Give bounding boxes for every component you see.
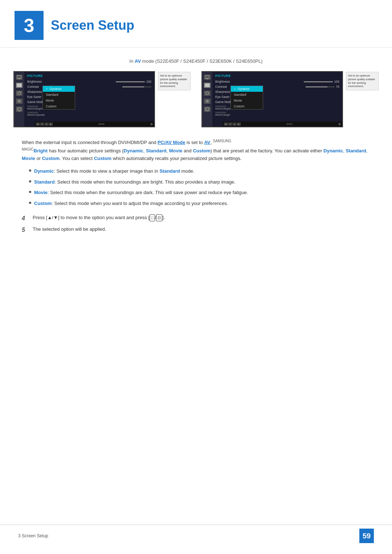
svg-point-15 (206, 92, 209, 95)
brightness-item: Brightness 100 (27, 79, 151, 84)
monitor-left-title: PICTURE (27, 74, 151, 78)
svg-rect-0 (17, 75, 21, 78)
subtitle: In AV mode (S22E450F / S24E450F / S23E65… (22, 58, 370, 64)
ctrl-left: ◀ (36, 123, 40, 126)
step-4: 4 Press [▲/▼] to move to the option you … (22, 214, 370, 223)
main-content: In AV mode (S22E450F / S24E450F / S23E65… (0, 51, 392, 259)
svg-rect-1 (19, 78, 20, 79)
ctrl-auto-left: AUTO (98, 123, 105, 125)
monitor-left-wrap: i PICTURE Brightness 100 (13, 71, 191, 127)
sidebar-icon-menu-r (204, 83, 211, 88)
custom-text-3: Custom (94, 156, 111, 161)
standard-text: Standard (146, 148, 166, 153)
dropdown-standard-r: Standard (231, 92, 263, 98)
mode-dropdown-left: ✓ Dynamic Standard Movie Custom (42, 86, 75, 110)
monitor-right-wrap: i PICTURE Brightness 100 Contrast (201, 71, 379, 127)
brightness-item-r: Brightness 100 (215, 79, 339, 84)
monitor-right: i PICTURE Brightness 100 Contrast (201, 71, 343, 127)
body-paragraph-1: When the external input is connected thr… (22, 138, 370, 163)
dynamic-text-2: Dynamic (323, 148, 343, 153)
bullet-dot-1 (29, 169, 31, 172)
subtitle-suffix: mode (S22E450F / S24E450F / S23E650K / S… (142, 58, 263, 64)
control-buttons-left: ◀ ▼ ▲ ▶ (36, 123, 53, 126)
chapter-box: 3 (15, 11, 44, 40)
monitor-right-bottom: ◀ ▼ ▲ ▶ AUTO ⚙ (222, 122, 342, 127)
ctrl-settings-right: ⚙ (338, 123, 341, 126)
movie-text-2: Movie (22, 156, 35, 161)
step-5-text: The selected option will be applied. (33, 226, 106, 233)
sidebar-icon-info-r: i (204, 107, 211, 112)
dropdown-dynamic-r: ✓ Dynamic (231, 86, 263, 92)
svg-text:i: i (207, 108, 208, 111)
monitor-left-menu: PICTURE Brightness 100 Contrast (24, 72, 154, 127)
sidebar-icon-display-r (204, 75, 211, 80)
bullet-movie: Movie: Select this mode when the surroun… (29, 189, 370, 196)
custom-text: Custom (193, 148, 210, 153)
feature-bullet-list: Dynamic: Select this mode to view a shar… (29, 168, 370, 207)
dropdown-movie: Movie (43, 98, 75, 103)
footer-right: 59 (359, 529, 374, 543)
tooltip-left: Set to an optimum picture quality suitab… (158, 72, 191, 90)
svg-point-5 (18, 92, 21, 95)
step-5: 5 The selected option will be applied. (22, 226, 370, 234)
bullet-dynamic: Dynamic: Select this mode to view a shar… (29, 168, 370, 175)
monitor-left: i PICTURE Brightness 100 (13, 71, 155, 127)
monitor-left-sidebar: i (14, 72, 24, 127)
sidebar-icon-info: i (16, 107, 23, 112)
monitor-right-sidebar: i (202, 72, 212, 127)
dropdown-custom: Custom (43, 103, 75, 109)
magic-angle-item-r: SAMSUNG MAGICAngle (215, 111, 339, 117)
contrast-slider-r: 75 (306, 85, 339, 89)
bullet-dot-2 (29, 180, 31, 182)
footer-label: 3 Screen Setup (18, 533, 48, 538)
bullet-text-4: Custom: Select this mode when you want t… (34, 200, 228, 207)
svg-text:i: i (19, 108, 20, 111)
step-4-number: 4 (22, 214, 29, 223)
mode-dropdown-right: ✓ Dynamic Standard Movie Custom (230, 86, 263, 110)
av-mode-text: AV (204, 140, 210, 145)
sidebar-icon-display (16, 75, 23, 80)
control-buttons-right: ◀ ▼ ▲ ▶ (224, 123, 241, 126)
av-label: AV (135, 58, 141, 64)
ctrl-settings-left: ⚙ (150, 123, 153, 126)
bullet-dot-4 (29, 202, 31, 204)
sidebar-icon-rotate-r (204, 91, 211, 96)
movie-text: Movie (169, 148, 183, 153)
ctrl-left-r: ◀ (224, 123, 228, 126)
bullet-text-2: Standard: Select this mode when the surr… (34, 178, 236, 186)
magic-bright-text: Bright (34, 148, 48, 153)
monitor-left-bottom: ◀ ▼ ▲ ▶ AUTO ⚙ (34, 122, 154, 127)
bullet-text-1: Dynamic: Select this mode to view a shar… (34, 168, 195, 175)
page-footer: 3 Screen Setup 59 (0, 525, 392, 547)
dropdown-standard: Standard (43, 92, 75, 98)
monitor-right-title: PICTURE (215, 74, 339, 78)
dropdown-dynamic: ✓ Dynamic (43, 86, 75, 92)
ctrl-enter-r: ▶ (237, 123, 241, 126)
screens-container: i PICTURE Brightness 100 (22, 71, 370, 127)
page-header: 3 Screen Setup (0, 0, 392, 48)
sidebar-icon-rotate (16, 91, 23, 96)
svg-rect-10 (205, 75, 209, 78)
bullet-text-3: Movie: Select this mode when the surroun… (34, 189, 248, 196)
bullet-standard: Standard: Select this mode when the surr… (29, 178, 370, 186)
ctrl-enter: ▶ (49, 123, 53, 126)
dropdown-custom-r: Custom (231, 103, 263, 109)
brightness-slider: 100 (116, 80, 151, 83)
pc-av-mode-link: PC/AV Mode (158, 140, 185, 145)
monitor-right-menu: PICTURE Brightness 100 Contrast 75 (212, 72, 342, 127)
ctrl-up-r: ▲ (233, 123, 236, 126)
ctrl-down-r: ▼ (228, 123, 232, 126)
dropdown-movie-r: Movie (231, 98, 263, 103)
key-icon-1: □ (150, 214, 155, 221)
contrast-slider (122, 86, 151, 87)
page-number: 59 (359, 529, 374, 543)
step-5-number: 5 (22, 226, 29, 234)
bullet-dot-3 (29, 191, 31, 193)
key-icon-2: ⊡ (156, 214, 162, 221)
svg-rect-11 (207, 78, 208, 79)
ctrl-up: ▲ (45, 123, 48, 126)
brightness-slider-r: 100 (304, 80, 339, 83)
tooltip-right: Set to an optimum picture quality suitab… (346, 72, 379, 90)
ctrl-auto-right: AUTO (286, 123, 293, 125)
page-title: Screen Setup (51, 18, 134, 33)
